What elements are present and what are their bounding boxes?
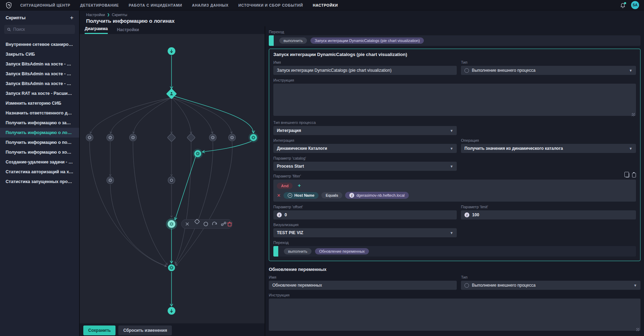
- integration-select[interactable]: Динамические Каталоги ▼: [273, 144, 457, 153]
- script-search[interactable]: [4, 25, 75, 34]
- diagram-selected-node[interactable]: [166, 218, 177, 230]
- filter-value-chip[interactable]: i dgerasimov-nb.heftech.local: [345, 192, 409, 199]
- integration-label: Интеграция: [273, 138, 457, 142]
- topnav-item[interactable]: ИСТОЧНИКИ И СБОР СОБЫТИЙ: [238, 3, 303, 7]
- transition-label: Переход: [273, 240, 636, 245]
- filter-operator-chip[interactable]: And: [277, 183, 293, 189]
- tab-settings[interactable]: Настройки: [117, 27, 139, 34]
- section-title: Обновление переменных: [269, 267, 640, 272]
- tab-diagram[interactable]: Диаграмма: [85, 26, 108, 34]
- topnav-item[interactable]: АНАЛИЗ ДАННЫХ: [192, 3, 229, 7]
- sidebar-item[interactable]: Запуск BitsAdmin на хосте - Расширени…: [0, 79, 79, 89]
- transition-row: выполнить Запуск интеграции DynamicCatal…: [269, 35, 640, 46]
- sidebar-item[interactable]: Создание-удаление задачи - Расширен…: [0, 157, 79, 167]
- sidebar-item[interactable]: Назначить ответственного для СИБ: [0, 108, 79, 118]
- filter-field-chip[interactable]: − Host Name: [284, 192, 318, 199]
- instruction-textarea[interactable]: [273, 84, 636, 116]
- top-navigation-bar: СИТУАЦИОННЫЙ ЦЕНТРДЕТЕКТИРОВАНИЕРАБОТА С…: [0, 0, 644, 10]
- diagram-active-node[interactable]: [248, 133, 258, 142]
- type-label: Тип: [461, 275, 640, 279]
- transition-target-chip[interactable]: Запуск интеграции DynamicCatalogs (pie c…: [310, 37, 424, 44]
- user-avatar[interactable]: SA: [631, 1, 639, 9]
- type-select[interactable]: Выполнение внешнего процесса ▼: [461, 66, 636, 75]
- sidebar-item[interactable]: Получить информацию о запущенных п…: [0, 118, 79, 128]
- chevron-down-icon: ▼: [634, 284, 637, 287]
- name-field[interactable]: [273, 66, 457, 75]
- operation-label: Операция: [461, 138, 636, 142]
- sidebar-item[interactable]: Получить информацию о логинах: [0, 128, 79, 138]
- sidebar-item[interactable]: Статистика авторизаций на хосте: [0, 167, 79, 177]
- diagram-tabs: Диаграмма Настройки: [80, 26, 265, 34]
- reset-button[interactable]: Сбросить изменения: [118, 326, 172, 335]
- breadcrumb-scripts[interactable]: Скрипты: [112, 13, 127, 17]
- diagram-active-node[interactable]: [193, 149, 203, 159]
- filter-condition-chip[interactable]: Equals: [321, 192, 342, 198]
- diagram-action-node[interactable]: [168, 177, 175, 184]
- diagram-condition-node[interactable]: [187, 133, 195, 142]
- sidebar-item[interactable]: Получить информацию о пользователе: [0, 138, 79, 147]
- save-button[interactable]: Сохранить: [83, 326, 115, 335]
- main-area: Настройки ❯ Скрипты Получить информацию …: [80, 10, 644, 336]
- sidebar-item[interactable]: Статистика запущенных процессов: [0, 177, 79, 187]
- topnav-item[interactable]: СИТУАЦИОННЫЙ ЦЕНТР: [20, 3, 70, 7]
- breadcrumb-settings[interactable]: Настройки: [86, 13, 105, 17]
- ext-type-label: Тип внешнего процесса: [273, 120, 457, 125]
- diagram-actions: Сохранить Сбросить изменения: [80, 323, 265, 336]
- type-select[interactable]: Выполнение внешнего процесса ▼: [461, 281, 640, 290]
- remove-condition-icon[interactable]: ✕: [277, 193, 281, 198]
- diagram-merge-node[interactable]: [168, 264, 175, 271]
- notifications-bell-icon[interactable]: [620, 2, 626, 8]
- limit-field[interactable]: i 100: [461, 210, 636, 219]
- sidebar-item[interactable]: Запуск BitsAdmin на хосте - Локализац…: [0, 69, 79, 79]
- radio-icon: [464, 283, 469, 288]
- visualization-label: Визуализация: [273, 223, 457, 227]
- filter-label: Параметр 'filter': [273, 174, 301, 178]
- sidebar-item[interactable]: Получить информацию о хосте: [0, 147, 79, 157]
- chevron-down-icon: ▼: [450, 129, 453, 133]
- diagram-action-node[interactable]: [130, 134, 136, 141]
- transition-handle[interactable]: [269, 35, 274, 46]
- diagram-action-node[interactable]: [107, 134, 114, 141]
- node-toolbar: [181, 219, 232, 229]
- ext-type-select[interactable]: Интеграция ▼: [273, 126, 457, 135]
- diagram-action-node[interactable]: [86, 134, 93, 141]
- name-label: Имя: [273, 60, 457, 64]
- diagram-canvas[interactable]: [80, 34, 265, 323]
- transition-target-chip[interactable]: Обновление переменных: [315, 248, 369, 254]
- paste-filter-icon[interactable]: [632, 173, 636, 177]
- instruction-textarea[interactable]: [269, 299, 640, 331]
- visualization-select[interactable]: TEST PIE VIZ ▼: [273, 228, 457, 237]
- transition-action-chip[interactable]: выполнить: [279, 37, 307, 44]
- add-script-button[interactable]: +: [70, 15, 74, 21]
- transition-handle[interactable]: [273, 246, 278, 257]
- topnav-item[interactable]: ДЕТЕКТИРОВАНИЕ: [80, 3, 119, 7]
- diagram-condition-node[interactable]: [166, 88, 177, 99]
- transition-label: Переход: [269, 30, 640, 34]
- sidebar-item[interactable]: Закрыть СИБ: [0, 49, 79, 59]
- diagram-action-node[interactable]: [229, 134, 236, 141]
- sidebar-item[interactable]: Запуск BitsAdmin на хосте - Восстанов…: [0, 59, 79, 69]
- offset-field[interactable]: i 0: [273, 210, 457, 219]
- app-logo-icon[interactable]: [5, 1, 13, 9]
- diagram-end-node[interactable]: [168, 307, 175, 315]
- diagram-action-node[interactable]: [209, 134, 216, 141]
- value-type-icon: i: [464, 212, 469, 217]
- breadcrumb: Настройки ❯ Скрипты: [86, 13, 638, 17]
- sidebar-item[interactable]: Внутреннее сетевое сканирование - Ра…: [0, 40, 79, 49]
- limit-label: Параметр 'limit': [461, 205, 636, 209]
- copy-filter-icon[interactable]: [625, 173, 629, 177]
- sidebar-item[interactable]: Запуск RAT на хосте - Расширение конт…: [0, 89, 79, 98]
- search-input[interactable]: [13, 27, 72, 32]
- transition-action-chip[interactable]: выполнить: [284, 248, 312, 254]
- diagram-action-node[interactable]: [107, 177, 114, 184]
- sidebar-item[interactable]: Изменить категорию СИБ: [0, 98, 79, 108]
- add-condition-icon[interactable]: +: [298, 182, 301, 188]
- catalog-select[interactable]: Process Start ▼: [273, 162, 457, 171]
- operation-select[interactable]: Получить значения из динамического катал…: [461, 144, 636, 153]
- diagram-start-node[interactable]: [168, 47, 175, 55]
- topnav-item[interactable]: РАБОТА С ИНЦИДЕНТАМИ: [129, 3, 182, 7]
- diagram-condition-node[interactable]: [167, 133, 176, 142]
- chevron-down-icon: ▼: [629, 147, 632, 150]
- name-field[interactable]: [269, 281, 457, 290]
- topnav-item[interactable]: НАСТРОЙКИ: [313, 3, 338, 7]
